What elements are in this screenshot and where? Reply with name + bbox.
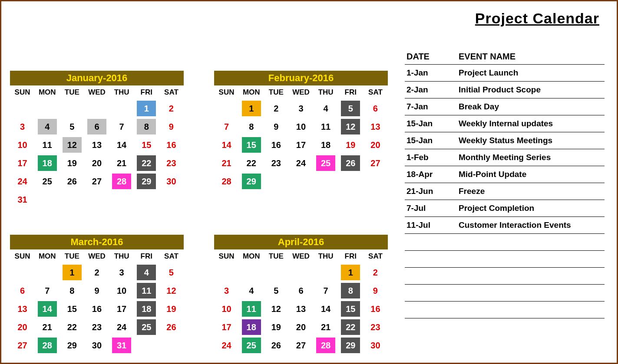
calendar-day-cell: 1 xyxy=(134,99,159,118)
calendar-day-cell: 11 xyxy=(35,136,59,154)
calendar-day-cell: 30 xyxy=(363,336,388,354)
calendar-day-cell: 26 xyxy=(338,154,363,172)
calendar-day-header: WED xyxy=(84,249,109,263)
calendar-day-cell: 2 xyxy=(84,263,109,282)
calendar-day-cell: 30 xyxy=(159,172,184,190)
calendar-day-cell: 12 xyxy=(59,136,84,154)
calendar-day-cell xyxy=(159,336,184,354)
calendar-day-cell xyxy=(264,172,288,190)
calendar-day-header: MON xyxy=(239,249,264,263)
calendar-day-cell: 14 xyxy=(109,136,134,154)
event-name: Freeze xyxy=(457,183,605,200)
event-row: 18-AprMid-Point Update xyxy=(405,166,605,183)
calendar-day-header: TUE xyxy=(59,85,84,99)
calendar-day-header: THU xyxy=(109,249,134,263)
calendar-day-cell: 19 xyxy=(59,154,84,172)
calendar-day-header: TUE xyxy=(264,85,288,99)
calendar-day-cell xyxy=(84,190,109,209)
calendar-day-cell xyxy=(10,263,35,282)
event-date: 18-Apr xyxy=(405,166,457,183)
calendar-day-header: SAT xyxy=(363,249,388,263)
calendar-day-cell: 18 xyxy=(134,300,159,318)
calendar-day-cell: 12 xyxy=(264,300,288,318)
calendar-day-cell: 11 xyxy=(239,300,264,318)
calendar-day-cell: 3 xyxy=(109,263,134,282)
calendar-day-cell xyxy=(35,99,59,118)
calendar-day-cell: 21 xyxy=(314,318,338,336)
calendar-day-cell: 4 xyxy=(134,263,159,282)
calendar-day-cell xyxy=(109,190,134,209)
calendar-day-cell: 22 xyxy=(338,318,363,336)
calendar-day-header: FRI xyxy=(338,249,363,263)
event-row: 7-JanBreak Day xyxy=(405,98,605,115)
calendar-day-header: WED xyxy=(288,85,313,99)
calendar-day-cell: 11 xyxy=(314,118,338,136)
event-date: 11-Jul xyxy=(405,217,457,234)
calendar-day-cell: 2 xyxy=(363,263,388,282)
calendar-day-cell: 25 xyxy=(314,154,338,172)
calendar-day-cell: 28 xyxy=(109,172,134,190)
calendar-day-cell xyxy=(314,172,338,190)
calendar-day-cell: 29 xyxy=(59,336,84,354)
calendar-day-cell: 14 xyxy=(35,300,59,318)
calendar-day-cell xyxy=(59,190,84,209)
calendar-day-cell: 27 xyxy=(84,172,109,190)
calendar-day-cell: 23 xyxy=(363,318,388,336)
calendar-day-cell: 29 xyxy=(239,172,264,190)
event-row-empty xyxy=(405,302,605,318)
calendar-day-header: SAT xyxy=(159,85,184,99)
calendar-day-cell: 14 xyxy=(214,136,239,154)
calendar-day-cell: 15 xyxy=(338,300,363,318)
calendar-day-cell xyxy=(35,190,59,209)
event-date: 15-Jan xyxy=(405,115,457,132)
calendar-day-cell: 23 xyxy=(159,154,184,172)
event-row-empty xyxy=(405,234,605,251)
calendar-day-cell: 16 xyxy=(363,300,388,318)
calendar-day-cell: 20 xyxy=(363,136,388,154)
calendar-day-header: THU xyxy=(314,249,338,263)
calendar-day-cell xyxy=(84,99,109,118)
calendar-day-cell xyxy=(314,263,338,282)
calendar-day-cell: 28 xyxy=(35,336,59,354)
calendar-day-cell xyxy=(35,263,59,282)
calendar-day-cell: 8 xyxy=(338,282,363,300)
calendar-day-cell xyxy=(338,172,363,190)
calendar-day-cell: 25 xyxy=(35,172,59,190)
calendar-table: SUNMONTUEWEDTHUFRISAT1234567891011121314… xyxy=(10,85,184,209)
calendar-month: April-2016SUNMONTUEWEDTHUFRISAT123456789… xyxy=(214,235,388,354)
calendar-day-cell: 28 xyxy=(314,336,338,354)
event-date: 7-Jul xyxy=(405,200,457,217)
calendar-day-cell: 26 xyxy=(264,336,288,354)
calendar-day-cell: 18 xyxy=(314,136,338,154)
calendar-day-cell: 6 xyxy=(363,99,388,118)
calendar-day-cell: 3 xyxy=(10,118,35,136)
calendar-month: February-2016SUNMONTUEWEDTHUFRISAT123456… xyxy=(214,71,388,209)
calendar-day-cell xyxy=(363,172,388,190)
event-name: Project Completion xyxy=(457,200,605,217)
calendar-day-cell: 31 xyxy=(10,190,35,209)
calendar-day-cell: 22 xyxy=(59,318,84,336)
calendar-day-cell: 29 xyxy=(338,336,363,354)
calendar-day-cell: 24 xyxy=(288,154,313,172)
calendar-day-cell: 4 xyxy=(35,118,59,136)
calendar-day-cell: 7 xyxy=(314,282,338,300)
event-date: 1-Jan xyxy=(405,65,457,82)
event-name: Monthly Meeting Series xyxy=(457,149,605,166)
events-name-header: EVENT NAME xyxy=(457,49,605,65)
calendar-day-cell: 31 xyxy=(109,336,134,354)
calendar-day-cell: 5 xyxy=(338,99,363,118)
calendar-day-cell: 20 xyxy=(288,318,313,336)
calendar-day-cell: 10 xyxy=(214,300,239,318)
event-name: Project Launch xyxy=(457,65,605,82)
project-calendar-document: Project Calendar January-2016SUNMONTUEWE… xyxy=(0,0,618,364)
calendar-day-cell: 16 xyxy=(159,136,184,154)
calendar-month: March-2016SUNMONTUEWEDTHUFRISAT123456789… xyxy=(10,235,184,354)
calendar-day-cell: 24 xyxy=(109,318,134,336)
calendar-day-cell: 10 xyxy=(109,282,134,300)
event-date: 1-Feb xyxy=(405,149,457,166)
calendar-day-cell: 1 xyxy=(338,263,363,282)
event-row: 1-FebMonthly Meeting Series xyxy=(405,149,605,166)
event-date: 2-Jan xyxy=(405,82,457,98)
calendar-day-cell: 13 xyxy=(363,118,388,136)
calendar-day-cell xyxy=(109,99,134,118)
